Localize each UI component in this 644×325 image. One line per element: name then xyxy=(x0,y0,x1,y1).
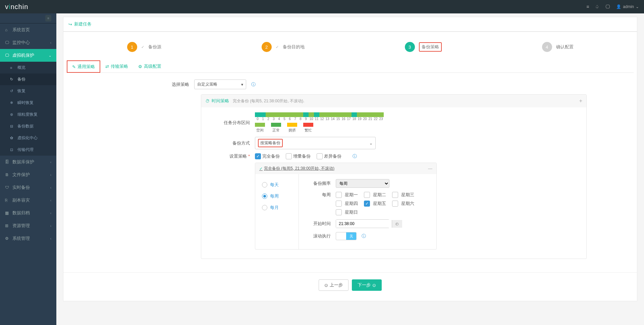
sidebar-subitem[interactable]: ⊟备份数据 xyxy=(0,120,56,132)
freq-select[interactable]: 每周 xyxy=(336,179,389,188)
weekday-checkbox[interactable] xyxy=(392,201,398,207)
plus-icon[interactable]: + xyxy=(579,98,582,104)
start-time-label: 开始时间 xyxy=(306,221,336,227)
chevron-icon: ‹ xyxy=(50,224,51,228)
select-strategy-dropdown[interactable]: 自定义策略 ▾ xyxy=(194,79,246,89)
sidebar-item[interactable]: ⌂系统首页 xyxy=(0,23,56,36)
nav-label: 系统管理 xyxy=(12,235,30,241)
start-time-input[interactable]: ◴ xyxy=(336,219,389,228)
subnav-label: 恢复 xyxy=(17,88,25,94)
policy-tab[interactable]: ⇄传输策略 xyxy=(100,60,133,72)
hour-label: 7 xyxy=(292,117,298,121)
radio[interactable] xyxy=(262,205,267,210)
user-menu[interactable]: 👤 admin ⌄ xyxy=(616,4,639,9)
sidebar-subitem[interactable]: ❄瞬时恢复 xyxy=(0,97,56,109)
timeline-segment xyxy=(314,112,319,117)
timeline-segment xyxy=(357,112,384,117)
time-strategy-header[interactable]: ⏱ 时间策略 完全备份 (每周5, 21:38:00开始, 不滚动). + xyxy=(201,95,586,107)
sidebar-subitem[interactable]: ↺恢复 xyxy=(0,85,56,97)
radio[interactable] xyxy=(262,194,267,199)
time-strategy-title-wrap: ⏱ 时间策略 完全备份 (每周5, 21:38:00开始, 不滚动). xyxy=(205,98,304,104)
tab-label: 通用策略 xyxy=(77,64,95,70)
nav-icon: ⚙ xyxy=(5,236,10,241)
sidebar-item[interactable]: 🛡实时备份‹ xyxy=(0,181,56,194)
time-strategy-accordion: ⏱ 时间策略 完全备份 (每周5, 21:38:00开始, 不滚动). + 任务… xyxy=(201,94,587,259)
wizard-step[interactable]: 4确认配置 xyxy=(542,42,574,52)
policy-tabs: ✎通用策略⇄传输策略⚙高级配置 xyxy=(67,60,634,73)
time-strategy-title: 时间策略 xyxy=(212,98,229,104)
next-button[interactable]: 下一步 ⊙ xyxy=(352,279,382,291)
hour-label: 0 xyxy=(255,117,260,121)
user-icon: 👤 xyxy=(616,4,621,9)
full-backup-accordion: ✓ 完全备份 (每周5, 21:38:00开始, 不滚动) — 每天每周每月 xyxy=(255,163,437,250)
weekday-checkbox[interactable] xyxy=(336,201,342,207)
strategy-checkbox[interactable] xyxy=(317,153,323,159)
timeline-segment xyxy=(255,112,266,117)
wizard-step[interactable]: 1✓备份源 xyxy=(127,42,161,52)
timeline-hours: 01234567891011121314151617181920212223 xyxy=(255,117,386,121)
weekday-checkbox[interactable]: ✓ xyxy=(364,201,370,207)
sidebar-subitem[interactable]: ⊡传输代理 xyxy=(0,144,56,156)
sidebar-item[interactable]: 🗄数据库保护‹ xyxy=(0,156,56,168)
policy-tab[interactable]: ⚙高级配置 xyxy=(133,60,166,72)
sidebar-collapse-button[interactable]: ≡ xyxy=(45,15,51,21)
sidebar-subitem[interactable]: ↻备份 xyxy=(0,73,56,85)
radio[interactable] xyxy=(262,182,267,187)
freq-option[interactable]: 每天 xyxy=(255,179,299,191)
backup-method-dropdown[interactable]: 按策略备份 ⌄ xyxy=(255,137,376,149)
weekday-checkbox[interactable] xyxy=(364,192,370,198)
sidebar-item[interactable]: 🖵监控中心‹ xyxy=(0,36,56,49)
hour-label: 14 xyxy=(330,117,335,121)
weekday-item: 星期四 xyxy=(336,201,358,207)
start-time-field[interactable] xyxy=(336,220,392,228)
scroll-exec-label: 滚动执行 xyxy=(306,233,336,239)
strategy-checkbox[interactable]: ✓ xyxy=(255,153,261,159)
minus-icon[interactable]: — xyxy=(428,166,432,171)
sidebar-subitem[interactable]: ≡概览 xyxy=(0,62,56,73)
full-backup-header[interactable]: ✓ 完全备份 (每周5, 21:38:00开始, 不滚动) — xyxy=(255,163,436,174)
clock-icon: ⏱ xyxy=(205,99,210,104)
hour-label: 20 xyxy=(362,117,368,121)
chevron-down-icon: ⌄ xyxy=(369,141,373,146)
form-panel: 选择策略 自定义策略 ▾ ⓘ ⏱ 时间策略 完全备份 (每周5, 21:38:0… xyxy=(63,73,637,266)
policy-tab[interactable]: ✎通用策略 xyxy=(67,60,100,73)
bell-icon[interactable]: ♤ xyxy=(595,4,599,9)
sidebar-item[interactable]: ▦数据归档‹ xyxy=(0,207,56,219)
weekday-checkbox[interactable] xyxy=(336,209,342,215)
monitor-icon[interactable]: 🖵 xyxy=(605,4,610,9)
scroll-exec-toggle[interactable]: 关 xyxy=(336,232,357,240)
sidebar-item[interactable]: ⚙系统管理‹ xyxy=(0,232,56,245)
sidebar-subitem[interactable]: ✿虚拟化中心 xyxy=(0,132,56,144)
full-backup-link[interactable]: ✓ 完全备份 (每周5, 21:38:00开始, 不滚动) xyxy=(259,166,334,171)
full-backup-body: 每天每周每月 备份频率 每周 xyxy=(255,174,436,249)
sidebar-item[interactable]: ⊞资源管理‹ xyxy=(0,219,56,232)
tab-icon: ⇄ xyxy=(105,64,109,69)
wizard-step[interactable]: 2✓备份目的地 xyxy=(262,42,305,52)
breadcrumb-label: 新建任务 xyxy=(74,21,92,27)
weekday-label: 星期三 xyxy=(401,192,414,198)
weekday-item: 星期二 xyxy=(364,192,386,198)
menu-icon[interactable]: ≡ xyxy=(586,4,589,9)
logo: vinchin xyxy=(5,3,28,11)
sidebar-item[interactable]: ⎘副本容灾‹ xyxy=(0,194,56,207)
freq-option[interactable]: 每月 xyxy=(255,202,299,213)
step-circle: 4 xyxy=(542,42,552,52)
info-icon[interactable]: ⓘ xyxy=(353,153,357,159)
hour-label: 15 xyxy=(335,117,341,121)
clock-icon[interactable]: ◴ xyxy=(392,220,402,228)
sidebar-subitem[interactable]: ⊛细粒度恢复 xyxy=(0,109,56,120)
select-strategy-row: 选择策略 自定义策略 ▾ ⓘ xyxy=(73,79,627,89)
weekday-checkbox[interactable] xyxy=(392,192,398,198)
info-icon[interactable]: ⓘ xyxy=(362,233,366,239)
info-icon[interactable]: ⓘ xyxy=(251,82,256,88)
strategy-checkbox[interactable] xyxy=(286,153,292,159)
sidebar-item[interactable]: 🗎文件保护‹ xyxy=(0,168,56,181)
prev-button[interactable]: ⊙ 上一步 xyxy=(319,279,348,291)
check-icon: ✓ xyxy=(276,45,279,49)
freq-option[interactable]: 每周 xyxy=(255,191,299,202)
wizard-step[interactable]: 3备份策略 xyxy=(405,42,442,52)
weekday-checkbox[interactable] xyxy=(336,192,342,198)
required-mark: * xyxy=(248,154,250,159)
logo-text: v xyxy=(5,3,9,10)
sidebar-item[interactable]: 🖵虚拟机保护⌄ xyxy=(0,49,56,62)
